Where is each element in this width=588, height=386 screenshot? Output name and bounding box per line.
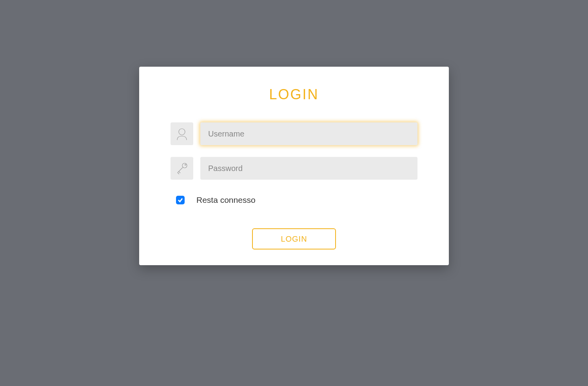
username-input[interactable] <box>200 122 417 145</box>
svg-line-3 <box>178 168 183 173</box>
svg-point-1 <box>182 163 187 168</box>
login-button[interactable]: LOGIN <box>252 228 336 249</box>
svg-point-0 <box>179 129 185 135</box>
login-title: LOGIN <box>171 86 417 103</box>
remember-checkbox[interactable] <box>176 196 185 204</box>
svg-point-2 <box>185 164 186 166</box>
password-input[interactable] <box>200 157 417 180</box>
password-row <box>171 157 417 180</box>
username-row <box>171 122 417 145</box>
remember-row: Resta connesso <box>176 195 417 205</box>
svg-line-4 <box>179 171 180 173</box>
remember-label: Resta connesso <box>196 195 256 205</box>
svg-line-5 <box>178 173 179 174</box>
key-icon <box>171 157 193 180</box>
user-icon <box>171 122 193 145</box>
login-card: LOGIN Resta connesso <box>139 67 449 265</box>
